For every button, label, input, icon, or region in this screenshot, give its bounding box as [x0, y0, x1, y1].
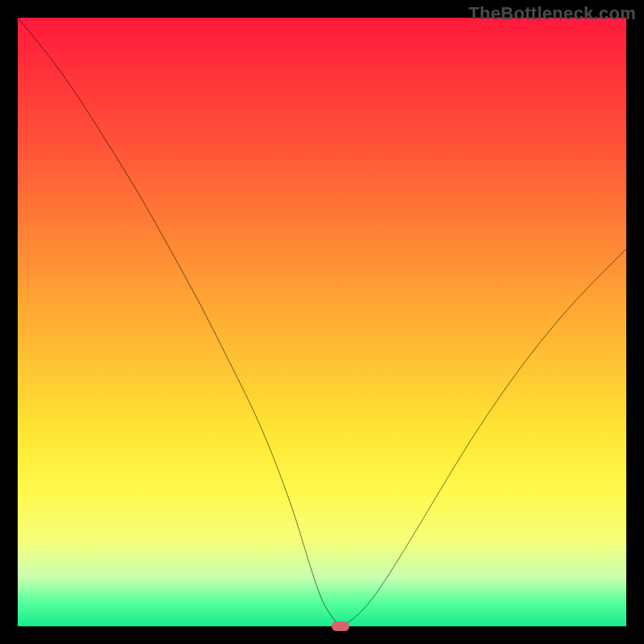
watermark-text: TheBottleneck.com [469, 3, 636, 24]
chart-frame: TheBottleneck.com [0, 0, 644, 644]
bottleneck-curve [18, 18, 626, 626]
optimal-marker [332, 621, 349, 631]
plot-area [18, 18, 626, 626]
